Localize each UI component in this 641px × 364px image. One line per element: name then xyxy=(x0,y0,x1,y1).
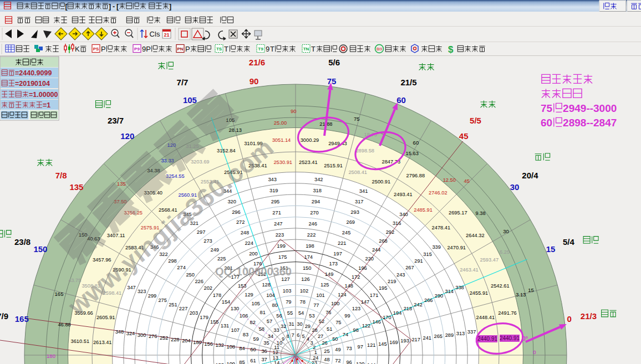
svg-text:318: 318 xyxy=(313,188,322,193)
svg-text:2463.41: 2463.41 xyxy=(460,267,479,273)
svg-text:199: 199 xyxy=(277,243,286,249)
svg-text:23: 23 xyxy=(312,360,317,364)
svg-text:2613.41: 2613.41 xyxy=(93,340,112,345)
svg-text:21: 21 xyxy=(164,32,169,38)
svg-text:149: 149 xyxy=(325,271,334,277)
svg-text:28.13: 28.13 xyxy=(229,127,242,133)
svg-text:8: 8 xyxy=(286,334,289,339)
svg-text:14: 14 xyxy=(274,360,279,364)
svg-text:150: 150 xyxy=(303,265,312,271)
svg-text:33: 33 xyxy=(273,327,279,333)
svg-text:297: 297 xyxy=(197,229,206,235)
svg-text:81: 81 xyxy=(260,310,266,315)
svg-text:251: 251 xyxy=(169,302,177,307)
svg-text:121: 121 xyxy=(367,342,376,348)
svg-text:2695.17: 2695.17 xyxy=(449,210,467,216)
svg-text:84: 84 xyxy=(239,346,245,351)
svg-text:175: 175 xyxy=(278,254,287,260)
svg-text:337: 337 xyxy=(467,329,476,335)
svg-text:54: 54 xyxy=(298,310,304,316)
svg-text:=1: =1 xyxy=(43,101,50,109)
svg-text:223: 223 xyxy=(276,232,284,238)
svg-text:50: 50 xyxy=(332,336,338,342)
svg-text:242: 242 xyxy=(414,302,423,307)
svg-text:90: 90 xyxy=(291,108,297,114)
svg-text:250: 250 xyxy=(186,272,195,278)
svg-text:97: 97 xyxy=(358,344,363,350)
svg-text:324: 324 xyxy=(126,331,135,336)
svg-text:9.38: 9.38 xyxy=(476,211,486,216)
svg-text:1: 1 xyxy=(314,350,317,355)
svg-text:3: 3 xyxy=(311,340,313,346)
svg-text:73: 73 xyxy=(346,346,352,351)
svg-text:343: 343 xyxy=(268,177,277,182)
svg-text:299: 299 xyxy=(148,293,157,299)
svg-text:225: 225 xyxy=(217,256,226,262)
svg-text:319: 319 xyxy=(269,188,278,193)
svg-text:98: 98 xyxy=(353,327,359,333)
svg-text:314: 314 xyxy=(445,289,454,294)
svg-text:2493.41: 2493.41 xyxy=(394,192,413,197)
svg-text:200: 200 xyxy=(249,251,258,257)
svg-text:3407.11: 3407.11 xyxy=(107,233,125,238)
svg-text:75: 75 xyxy=(354,116,360,122)
svg-text:2949--3000: 2949--3000 xyxy=(563,102,617,114)
svg-text:46.88: 46.88 xyxy=(58,322,70,327)
svg-text:9P: 9P xyxy=(142,45,151,53)
svg-text:2508.41: 2508.41 xyxy=(348,170,367,175)
svg-text:265: 265 xyxy=(434,334,443,339)
svg-text:=20190104: =20190104 xyxy=(15,80,50,88)
svg-text:58: 58 xyxy=(259,326,264,332)
svg-text:243: 243 xyxy=(396,272,405,278)
svg-text:108: 108 xyxy=(227,344,236,350)
svg-text:102: 102 xyxy=(300,288,309,294)
svg-text:5/5: 5/5 xyxy=(470,116,481,125)
svg-text:2: 2 xyxy=(313,345,316,350)
svg-text:247: 247 xyxy=(274,221,283,227)
svg-text:3051.14: 3051.14 xyxy=(272,137,291,143)
svg-text:24: 24 xyxy=(313,355,318,361)
svg-text:85: 85 xyxy=(239,360,245,364)
svg-text:154: 154 xyxy=(222,299,231,305)
svg-text:P: P xyxy=(185,45,190,53)
svg-text:268: 268 xyxy=(379,238,388,244)
svg-text:150: 150 xyxy=(33,244,47,254)
svg-text:100: 100 xyxy=(331,301,340,306)
svg-text:P9: P9 xyxy=(134,47,140,52)
svg-text:347: 347 xyxy=(127,285,136,290)
svg-text:315: 315 xyxy=(423,252,432,257)
svg-text:124: 124 xyxy=(338,292,347,298)
svg-text:78: 78 xyxy=(300,299,306,305)
svg-text:2898.58: 2898.58 xyxy=(355,148,374,153)
svg-text:15: 15 xyxy=(546,244,556,254)
svg-text:7/7: 7/7 xyxy=(177,78,189,87)
svg-text:165: 165 xyxy=(55,291,64,297)
svg-text:198: 198 xyxy=(306,243,314,249)
svg-text:341: 341 xyxy=(359,188,368,194)
svg-text:320: 320 xyxy=(227,199,236,204)
svg-text:9T: 9T xyxy=(266,45,274,53)
svg-text:153: 153 xyxy=(238,283,247,289)
svg-text:105: 105 xyxy=(183,95,197,105)
svg-text:75: 75 xyxy=(327,76,337,86)
svg-text:37: 37 xyxy=(261,357,267,362)
svg-text:273: 273 xyxy=(204,238,212,244)
svg-text:3000.29: 3000.29 xyxy=(301,137,319,143)
svg-text:197: 197 xyxy=(333,251,342,257)
svg-text:148: 148 xyxy=(345,283,354,289)
svg-text:45: 45 xyxy=(459,131,469,141)
svg-text:202: 202 xyxy=(204,285,213,291)
svg-text:300: 300 xyxy=(138,332,146,338)
svg-text:128: 128 xyxy=(262,282,271,288)
svg-text:289: 289 xyxy=(445,332,454,338)
svg-text:52: 52 xyxy=(319,319,324,324)
svg-text:Bi9: Bi9 xyxy=(377,47,382,51)
svg-text:101: 101 xyxy=(316,293,325,298)
svg-text:82: 82 xyxy=(250,320,256,325)
svg-text:23/7: 23/7 xyxy=(108,116,124,125)
svg-text:56: 56 xyxy=(276,313,282,319)
svg-text:61: 61 xyxy=(250,358,256,363)
svg-text:292: 292 xyxy=(386,229,395,235)
svg-text:25: 25 xyxy=(324,348,329,354)
svg-text:316: 316 xyxy=(393,221,401,226)
